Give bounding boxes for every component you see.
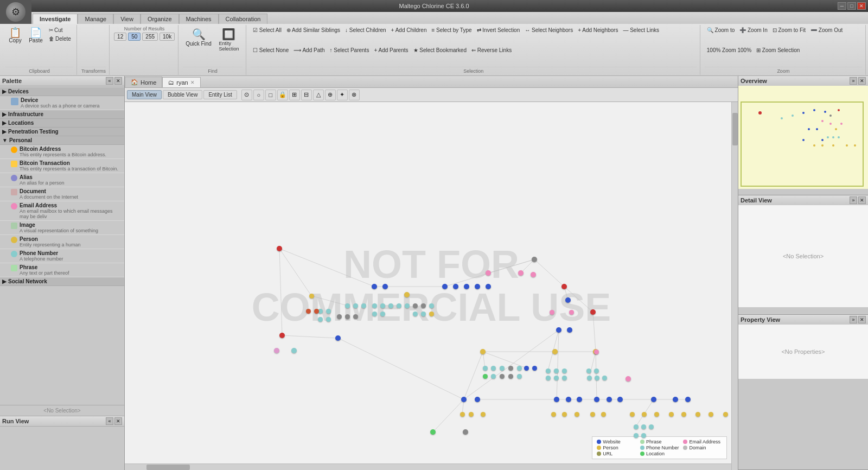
select-by-type-button[interactable]: ≡ Select by Type	[430, 26, 474, 34]
node-110[interactable]	[634, 424, 639, 429]
layout-icon-7[interactable]: △	[313, 90, 324, 100]
paste-button[interactable]: 📄 Paste	[26, 26, 46, 45]
node-57[interactable]	[594, 350, 599, 354]
palette-item-person[interactable]: Person Entity representing a human	[0, 235, 124, 249]
node-83[interactable]	[607, 397, 612, 402]
tab-close-ryan[interactable]: ✕	[190, 80, 195, 85]
node-47[interactable]	[567, 327, 572, 333]
node-10[interactable]	[306, 309, 311, 314]
node-28[interactable]	[429, 312, 434, 316]
zoom-selection-button[interactable]: ⊞ Zoom Selection	[754, 46, 802, 54]
add-parents-button[interactable]: + Add Parents	[372, 46, 410, 54]
layout-icon-9[interactable]: ✦	[337, 90, 348, 100]
node-50[interactable]	[552, 349, 558, 354]
maximize-button[interactable]: □	[847, 2, 856, 10]
node-48[interactable]	[590, 309, 596, 315]
delete-button[interactable]: 🗑 Delete	[47, 35, 73, 43]
node-59[interactable]	[483, 366, 488, 371]
tab-home[interactable]: 🏠 Home	[125, 77, 162, 87]
overview-close-btn[interactable]: ✕	[858, 77, 866, 85]
node-58[interactable]	[480, 349, 486, 354]
category-penetration-testing[interactable]: ▶ Penetration Testing	[0, 128, 124, 136]
node-24[interactable]	[413, 303, 418, 308]
node-64[interactable]	[500, 374, 505, 379]
layout-icon-1[interactable]: ⊙	[241, 90, 252, 100]
node-9[interactable]	[326, 309, 331, 314]
layout-icon-4[interactable]: 🔒	[277, 90, 288, 100]
node-43[interactable]	[531, 272, 536, 277]
tab-collaboration[interactable]: Collaboration	[219, 14, 268, 24]
zoom-to-button[interactable]: 🔍 Zoom to	[705, 26, 737, 34]
tab-machines[interactable]: Machines	[179, 14, 219, 24]
node-12[interactable]	[337, 314, 342, 319]
reverse-links-button[interactable]: ⇐ Reverse Links	[469, 46, 514, 54]
palette-item-bitcoin-transaction[interactable]: Bitcoin Transaction This entity represen…	[0, 159, 124, 173]
node-61[interactable]	[483, 374, 488, 379]
invert-selection-button[interactable]: ⇄ Invert Selection	[475, 26, 522, 34]
add-children-button[interactable]: + Add Children	[389, 26, 429, 34]
node-1[interactable]	[279, 333, 285, 338]
node-0[interactable]	[277, 246, 282, 251]
layout-icon-5[interactable]: ⊞	[289, 90, 300, 100]
node-102[interactable]	[709, 412, 713, 417]
tab-ryan[interactable]: 🗂 ryan ✕	[162, 77, 200, 87]
node-84[interactable]	[617, 397, 623, 402]
num-12[interactable]: 12	[114, 33, 126, 41]
node-107[interactable]	[335, 335, 341, 341]
node-39[interactable]	[565, 297, 571, 303]
node-82[interactable]	[594, 397, 599, 402]
node-37[interactable]	[486, 284, 491, 289]
node-7[interactable]	[361, 303, 366, 308]
node-55[interactable]	[594, 369, 599, 373]
node-33[interactable]	[453, 284, 458, 289]
node-14[interactable]	[353, 314, 358, 319]
node-38[interactable]	[561, 284, 567, 289]
select-neighbors-button[interactable]: ↔ Select Neighbors	[522, 26, 575, 34]
palette-item-email-address[interactable]: Email Address An email mailbox to which …	[0, 201, 124, 221]
minimize-button[interactable]: ─	[838, 2, 846, 10]
overview-minimize-btn[interactable]: »	[850, 77, 857, 85]
node-70[interactable]	[532, 366, 537, 371]
node-93[interactable]	[575, 412, 579, 417]
add-similar-siblings-button[interactable]: ⊕ Add Similar Siblings	[284, 26, 342, 34]
category-infrastructure[interactable]: ▶ Infrastructure	[0, 110, 124, 119]
node-53[interactable]	[602, 376, 607, 380]
select-bookmarked-button[interactable]: ★ Select Bookmarked	[411, 46, 469, 54]
palette-item-phone-number[interactable]: Phone Number A telephone number	[0, 249, 124, 263]
add-path-button[interactable]: ⟿ Add Path	[291, 46, 327, 54]
property-minimize-btn[interactable]: »	[850, 316, 857, 323]
main-view-btn[interactable]: Main View	[127, 90, 162, 99]
select-children-button[interactable]: ↓ Select Children	[343, 26, 388, 34]
node-26[interactable]	[413, 312, 418, 316]
layout-icon-3[interactable]: □	[265, 90, 276, 100]
select-links-button[interactable]: — Select Links	[621, 26, 661, 34]
palette-item-device[interactable]: Device A device such as a phone or camer…	[0, 96, 124, 110]
num-255[interactable]: 255	[142, 33, 158, 41]
node-114[interactable]	[641, 433, 646, 438]
node-66[interactable]	[508, 374, 513, 379]
node-71[interactable]	[546, 369, 551, 373]
zoom-out-button[interactable]: ➖ Zoom Out	[808, 26, 845, 34]
node-80[interactable]	[566, 397, 571, 402]
node-35[interactable]	[404, 292, 410, 297]
node-112[interactable]	[649, 424, 654, 429]
node-67[interactable]	[517, 366, 522, 371]
main-canvas[interactable]: NOT FOR COMMERCIAL USE	[125, 102, 738, 470]
zoom-100-button[interactable]: 100% Zoom 100%	[705, 46, 754, 54]
detail-close-btn[interactable]: ✕	[858, 196, 866, 204]
node-62[interactable]	[491, 374, 496, 379]
palette-minimize-btn[interactable]: «	[106, 77, 113, 85]
node-6[interactable]	[353, 303, 358, 308]
add-neighbors-button[interactable]: + Add Neighbors	[576, 26, 620, 34]
node-99[interactable]	[669, 412, 674, 417]
node-3[interactable]	[291, 348, 297, 353]
num-50[interactable]: 50	[128, 33, 141, 41]
layout-icon-8[interactable]: ⊕	[325, 90, 336, 100]
node-90[interactable]	[481, 412, 486, 417]
node-40[interactable]	[532, 257, 537, 262]
palette-item-alias[interactable]: Alias An alias for a person	[0, 173, 124, 187]
node-2[interactable]	[274, 348, 279, 353]
node-79[interactable]	[554, 397, 559, 402]
node-41[interactable]	[486, 270, 491, 276]
node-56[interactable]	[626, 376, 631, 382]
